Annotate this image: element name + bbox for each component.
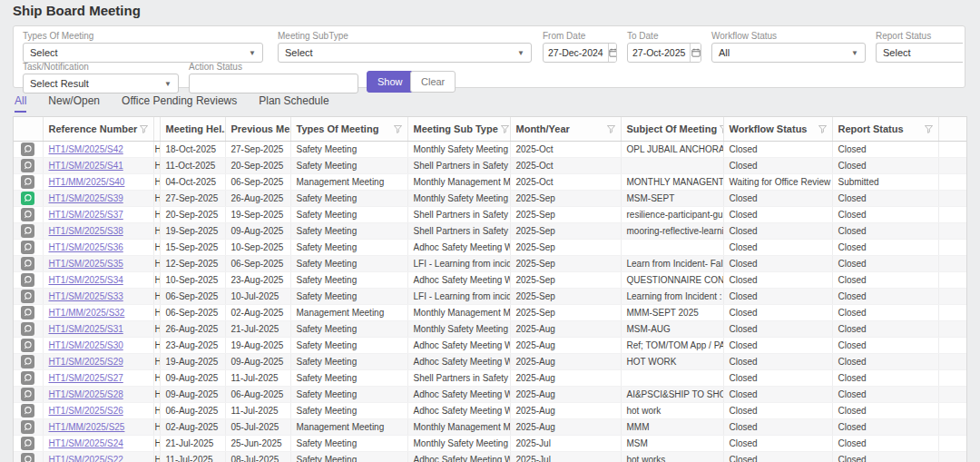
chevron-down-icon: ▼ xyxy=(164,80,172,88)
speech-bubble-icon[interactable] xyxy=(21,388,34,401)
to-date-input[interactable]: 27-Oct-2025 xyxy=(627,43,701,63)
meeting-type-cell: Safety Meeting xyxy=(290,272,407,289)
reference-link[interactable]: HT1/SM/2025/S38 xyxy=(49,226,123,236)
meeting-held-cell: 21-Jul-2025 xyxy=(160,436,225,452)
column-header-reference-number[interactable]: Reference Number xyxy=(43,117,153,142)
meeting-held-cell: 06-Sep-2025 xyxy=(160,289,225,305)
clipped-column-cell: H xyxy=(153,256,160,272)
types-of-meeting-select[interactable]: Select ▼ xyxy=(23,43,263,63)
speech-bubble-icon[interactable] xyxy=(21,437,34,450)
speech-bubble-icon[interactable] xyxy=(21,257,34,270)
speech-bubble-icon[interactable] xyxy=(21,322,34,336)
filler-cell xyxy=(938,142,967,158)
reference-link[interactable]: HT1/SM/2025/S29 xyxy=(49,357,123,367)
speech-bubble-icon[interactable] xyxy=(21,339,34,352)
report-status-select[interactable]: Select xyxy=(876,43,963,63)
meeting-subtype-select[interactable]: Select ▼ xyxy=(278,43,532,63)
speech-bubble-icon[interactable] xyxy=(21,241,34,254)
reference-link[interactable]: HT1/MM/2025/S32 xyxy=(49,308,125,318)
calendar-icon[interactable] xyxy=(608,44,617,62)
report-status-cell: Closed xyxy=(832,338,938,354)
speech-bubble-icon[interactable] xyxy=(21,290,34,303)
column-header-report-status[interactable]: Report Status xyxy=(832,117,938,142)
report-status-cell: Closed xyxy=(832,223,938,240)
column-header-workflow-status[interactable]: Workflow Status xyxy=(723,117,832,142)
reference-link[interactable]: HT1/SM/2025/S27 xyxy=(49,373,123,383)
month-year-cell: 2025-Sep xyxy=(510,207,621,223)
column-header-types-of-meeting[interactable]: Types Of Meeting xyxy=(290,117,407,142)
reference-link[interactable]: HT1/SM/2025/S24 xyxy=(49,438,123,448)
tab-bar: AllNew/OpenOffice Pending ReviewsPlan Sc… xyxy=(15,94,329,113)
workflow-status-select[interactable]: All ▼ xyxy=(711,43,866,63)
clipped-column-cell: H xyxy=(153,158,160,174)
reference-link[interactable]: HT1/SM/2025/S30 xyxy=(49,340,123,350)
meeting-type-cell: Safety Meeting xyxy=(290,191,407,207)
report-status-cell: Closed xyxy=(832,256,938,272)
speech-bubble-icon[interactable] xyxy=(21,404,34,418)
speech-bubble-icon[interactable] xyxy=(21,175,34,189)
from-date-input[interactable]: 27-Dec-2024 xyxy=(543,43,617,63)
speech-bubble-icon[interactable] xyxy=(21,159,34,172)
reference-link[interactable]: HT1/SM/2025/S26 xyxy=(49,406,123,416)
table-row: HT1/SM/2025/S41H11-Oct-202520-Sep-2025Sa… xyxy=(14,158,967,174)
chevron-down-icon: ▼ xyxy=(249,49,256,57)
column-header-month-year[interactable]: Month/Year xyxy=(510,117,621,142)
reference-link[interactable]: HT1/SM/2025/S34 xyxy=(49,275,123,285)
workflow-status-value: All xyxy=(719,47,730,58)
record-icon-cell xyxy=(14,321,43,338)
reference-link[interactable]: HT1/SM/2025/S41 xyxy=(49,161,123,171)
month-year-cell: 2025-Sep xyxy=(510,223,621,240)
reference-link[interactable]: HT1/SM/2025/S22 xyxy=(49,455,123,462)
speech-bubble-icon[interactable] xyxy=(21,192,34,205)
speech-bubble-icon[interactable] xyxy=(21,143,34,156)
subject-cell xyxy=(621,370,723,387)
column-header-previous-me-[interactable]: Previous Me... xyxy=(225,117,290,142)
calendar-icon[interactable] xyxy=(690,44,701,62)
table-row: HT1/MM/2025/S32H06-Sep-202502-Aug-2025Ma… xyxy=(14,305,967,321)
reference-cell: HT1/SM/2025/S29 xyxy=(43,354,153,370)
reference-link[interactable]: HT1/SM/2025/S31 xyxy=(49,324,123,334)
month-year-cell: 2025-Sep xyxy=(510,272,621,289)
speech-bubble-icon[interactable] xyxy=(21,306,34,319)
action-status-input[interactable] xyxy=(189,74,358,93)
reference-link[interactable]: HT1/SM/2025/S37 xyxy=(49,210,123,220)
tab-all[interactable]: All xyxy=(15,94,26,113)
report-status-cell: Closed xyxy=(832,436,938,452)
previous-meeting-cell: 10-Sep-2025 xyxy=(225,240,290,256)
reference-link[interactable]: HT1/MM/2025/S40 xyxy=(49,177,125,187)
clear-button[interactable]: Clear xyxy=(410,71,456,93)
subject-cell: AI&PSCI&SHIP TO SHORE DRI... xyxy=(621,387,723,403)
month-year-cell: 2025-Oct xyxy=(510,174,621,191)
reference-link[interactable]: HT1/SM/2025/S35 xyxy=(49,259,123,269)
column-header-meeting-hel-[interactable]: Meeting Hel... xyxy=(160,117,225,142)
reference-link[interactable]: HT1/SM/2025/S42 xyxy=(49,144,123,154)
speech-bubble-icon[interactable] xyxy=(21,224,34,238)
speech-bubble-icon[interactable] xyxy=(21,208,34,221)
tab-new-open[interactable]: New/Open xyxy=(48,94,100,113)
subject-cell xyxy=(621,240,723,256)
reference-link[interactable]: HT1/MM/2025/S25 xyxy=(49,422,125,432)
speech-bubble-icon[interactable] xyxy=(21,453,34,462)
reference-link[interactable]: HT1/SM/2025/S33 xyxy=(49,291,123,301)
speech-bubble-icon[interactable] xyxy=(21,371,34,385)
show-button[interactable]: Show xyxy=(367,71,414,93)
speech-bubble-icon[interactable] xyxy=(21,355,34,369)
table-row: HT1/SM/2025/S26H06-Aug-202511-Jul-2025Sa… xyxy=(14,403,967,419)
speech-bubble-icon[interactable] xyxy=(21,420,34,434)
speech-bubble-icon[interactable] xyxy=(21,273,34,287)
previous-meeting-cell: 25-Jun-2025 xyxy=(225,436,290,452)
task-notification-select[interactable]: Select Result ▼ xyxy=(23,74,179,93)
column-header-meeting-sub-type[interactable]: Meeting Sub Type xyxy=(407,117,510,142)
table-row: HT1/SM/2025/S34H10-Sep-202523-Aug-2025Sa… xyxy=(14,272,967,289)
column-header-subject-of-meeting[interactable]: Subject Of Meeting xyxy=(621,117,723,142)
column-header-blank xyxy=(14,117,43,142)
subject-cell: hot works xyxy=(621,452,723,462)
tab-plan-schedule[interactable]: Plan Schedule xyxy=(259,94,328,113)
meeting-type-cell: Management Meeting xyxy=(290,305,407,321)
reference-link[interactable]: HT1/SM/2025/S39 xyxy=(49,193,123,203)
clipped-column-cell: H xyxy=(153,403,160,419)
reference-link[interactable]: HT1/SM/2025/S36 xyxy=(49,242,123,252)
tab-office-pending-reviews[interactable]: Office Pending Reviews xyxy=(122,94,237,113)
meeting-type-cell: Safety Meeting xyxy=(290,158,407,174)
reference-link[interactable]: HT1/SM/2025/S28 xyxy=(49,389,123,399)
